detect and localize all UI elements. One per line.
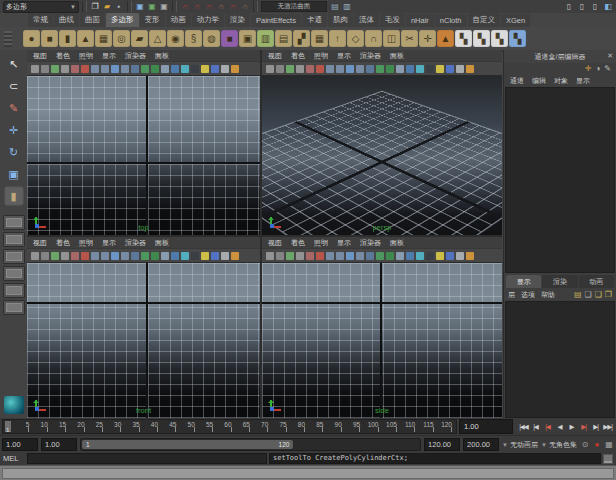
viewport-menu-item[interactable]: 视图 bbox=[33, 238, 47, 248]
toggle-tool-settings-icon[interactable]: ▯ bbox=[577, 2, 587, 12]
viewport-canvas-top[interactable]: top bbox=[27, 76, 260, 235]
field-chart-icon[interactable] bbox=[121, 252, 129, 260]
layout-hypershade-button[interactable] bbox=[3, 283, 25, 298]
current-time-field[interactable]: 1.00 bbox=[459, 419, 513, 434]
playback-start-field[interactable]: 1.00 bbox=[41, 438, 77, 451]
shaded-icon[interactable] bbox=[181, 252, 189, 260]
viewport-menu-item[interactable]: 渲染器 bbox=[125, 238, 146, 248]
poly-bevel-icon[interactable]: ◇ bbox=[347, 30, 364, 47]
shelf-tab[interactable]: XGen bbox=[501, 14, 530, 27]
viewport-menu-item[interactable]: 显示 bbox=[337, 51, 351, 61]
viewport-canvas-persp[interactable]: persp bbox=[262, 76, 502, 235]
snap-to-grid-icon[interactable]: ∩ bbox=[180, 2, 190, 12]
shaded-icon[interactable] bbox=[416, 65, 424, 73]
poly-boolean-icon[interactable]: ▞ bbox=[293, 30, 310, 47]
poly-cylinder-icon[interactable]: ▮ bbox=[59, 30, 76, 47]
viewport-menu-item[interactable]: 面板 bbox=[155, 51, 169, 61]
open-scene-icon[interactable]: ▰ bbox=[102, 2, 112, 12]
layer-menu-item[interactable]: 层 bbox=[508, 290, 515, 300]
viewport-menu-item[interactable]: 面板 bbox=[390, 51, 404, 61]
shelf-tab[interactable]: 曲面 bbox=[80, 13, 105, 27]
shelf-tab[interactable]: 流体 bbox=[354, 13, 379, 27]
bookmark-icon[interactable] bbox=[61, 252, 69, 260]
menu-set-dropdown[interactable]: 多边形 ▼ bbox=[3, 1, 79, 13]
multi-cut-icon[interactable]: ✂ bbox=[401, 30, 418, 47]
target-weld-icon[interactable]: ✛ bbox=[419, 30, 436, 47]
select-tool[interactable]: ↖ bbox=[4, 54, 24, 74]
playback-end-field[interactable]: 120.00 bbox=[424, 438, 460, 451]
field-chart-icon[interactable] bbox=[356, 65, 364, 73]
frame-selection-icon[interactable] bbox=[396, 252, 404, 260]
frame-all-icon[interactable] bbox=[151, 65, 159, 73]
uv-checker-3-icon[interactable]: ▚ bbox=[491, 30, 508, 47]
command-input[interactable] bbox=[27, 453, 267, 464]
camera-attributes-icon[interactable] bbox=[51, 252, 59, 260]
viewport-menu-item[interactable]: 视图 bbox=[268, 51, 282, 61]
time-slider[interactable]: 1 51015202530354045505560657075808590951… bbox=[2, 419, 457, 434]
snap-to-projected-center-icon[interactable]: ∩ bbox=[216, 2, 226, 12]
shaded-icon[interactable] bbox=[416, 252, 424, 260]
poly-soccer-ball-icon[interactable]: ◍ bbox=[203, 30, 220, 47]
film-gate-icon[interactable] bbox=[91, 65, 99, 73]
select-camera-icon[interactable] bbox=[266, 65, 274, 73]
new-layer-from-selected-icon[interactable]: ❐ bbox=[605, 290, 612, 300]
viewport-menu-item[interactable]: 渲染器 bbox=[360, 238, 381, 248]
safe-title-icon[interactable] bbox=[376, 252, 384, 260]
safe-action-icon[interactable] bbox=[131, 65, 139, 73]
select-object-icon[interactable]: ▣ bbox=[147, 2, 157, 12]
shelf-tab[interactable]: 动画 bbox=[166, 13, 191, 27]
quad-draw-icon[interactable]: ▲ bbox=[437, 30, 454, 47]
shadows-icon[interactable] bbox=[211, 252, 219, 260]
layer-editor-tab[interactable]: 显示 bbox=[506, 275, 541, 288]
shelf-tab[interactable]: PaintEffects bbox=[251, 14, 301, 27]
output-operations-icon[interactable]: ▥ bbox=[342, 2, 352, 12]
camera-attributes-icon[interactable] bbox=[51, 65, 59, 73]
anim-layer-dropdown[interactable]: ▼ 无动画层 bbox=[502, 440, 538, 450]
motion-blur-icon[interactable] bbox=[231, 65, 239, 73]
play-forwards-button[interactable]: ▶ bbox=[566, 423, 577, 431]
viewport-menu-item[interactable]: 视图 bbox=[33, 51, 47, 61]
textured-icon[interactable] bbox=[191, 252, 199, 260]
channel-box-menu-item[interactable]: 显示 bbox=[576, 76, 590, 86]
gate-mask-icon[interactable] bbox=[346, 65, 354, 73]
anim-preferences-icon[interactable]: ▦ bbox=[604, 440, 614, 450]
poly-pipe-icon[interactable]: ◉ bbox=[167, 30, 184, 47]
ao-icon[interactable] bbox=[456, 65, 464, 73]
frame-all-icon[interactable] bbox=[151, 252, 159, 260]
textured-icon[interactable] bbox=[426, 65, 434, 73]
toggle-attribute-editor-icon[interactable]: ▯ bbox=[564, 2, 574, 12]
viewport-menu-item[interactable]: 视图 bbox=[268, 238, 282, 248]
camera-attributes-icon[interactable] bbox=[286, 252, 294, 260]
frame-selection-icon[interactable] bbox=[161, 252, 169, 260]
image-plane-icon[interactable] bbox=[71, 65, 79, 73]
viewport-menu-item[interactable]: 显示 bbox=[337, 238, 351, 248]
lock-camera-icon[interactable] bbox=[41, 65, 49, 73]
viewport-menu-item[interactable]: 显示 bbox=[102, 51, 116, 61]
rotate-tool[interactable]: ↻ bbox=[4, 142, 24, 162]
lighting-icon[interactable] bbox=[201, 65, 209, 73]
safe-title-icon[interactable] bbox=[376, 65, 384, 73]
make-live-icon[interactable]: ∩ bbox=[240, 2, 250, 12]
image-plane-icon[interactable] bbox=[306, 65, 314, 73]
film-gate-icon[interactable] bbox=[91, 252, 99, 260]
edit-channel-icon[interactable]: ✎ bbox=[604, 64, 611, 74]
layer-menu-item[interactable]: 帮助 bbox=[541, 290, 555, 300]
grease-pencil-icon[interactable] bbox=[316, 252, 324, 260]
layer-menu-item[interactable]: 选项 bbox=[521, 290, 535, 300]
channel-box-menu-item[interactable]: 对象 bbox=[554, 76, 568, 86]
snap-to-curve-icon[interactable]: ∩ bbox=[192, 2, 202, 12]
go-to-end-button[interactable]: ▶▶| bbox=[602, 423, 613, 431]
textured-icon[interactable] bbox=[426, 252, 434, 260]
motion-blur-icon[interactable] bbox=[466, 65, 474, 73]
poly-sphere-icon[interactable]: ● bbox=[23, 30, 40, 47]
shelf-tab[interactable]: nCloth bbox=[435, 14, 467, 27]
go-to-start-button[interactable]: |◀◀ bbox=[518, 423, 529, 431]
animation-start-field[interactable]: 1.00 bbox=[2, 438, 38, 451]
select-camera-icon[interactable] bbox=[31, 65, 39, 73]
live-surface-field[interactable]: 无激活曲面 bbox=[261, 1, 327, 12]
poly-mirror-icon[interactable]: ◫ bbox=[383, 30, 400, 47]
command-language-label[interactable]: MEL bbox=[3, 454, 25, 463]
frame-selection-icon[interactable] bbox=[396, 65, 404, 73]
resolution-gate-icon[interactable] bbox=[336, 65, 344, 73]
layer-options-icon[interactable]: ▤ bbox=[574, 290, 582, 300]
